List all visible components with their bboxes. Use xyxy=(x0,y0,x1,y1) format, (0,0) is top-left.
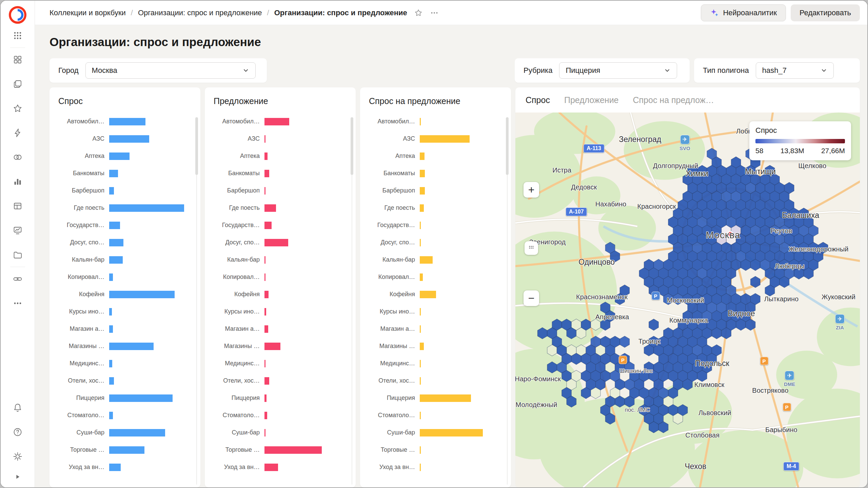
bar[interactable] xyxy=(264,273,265,281)
scrollbar-thumb[interactable] xyxy=(506,117,509,175)
bar[interactable] xyxy=(109,256,123,264)
map-tab-demand-to-supply[interactable]: Спрос на предложе… xyxy=(633,95,718,105)
help-icon[interactable] xyxy=(10,424,25,440)
bar[interactable] xyxy=(109,343,154,350)
bar[interactable] xyxy=(109,222,120,229)
bar[interactable] xyxy=(109,135,149,143)
bar[interactable] xyxy=(420,412,421,419)
bar[interactable] xyxy=(264,152,268,160)
breadcrumb-item-dashboard[interactable]: Организации: спрос и предложение xyxy=(274,8,407,17)
edit-button[interactable]: Редактировать xyxy=(791,4,860,21)
collapse-arrow-icon[interactable] xyxy=(10,469,25,485)
bar[interactable] xyxy=(109,360,112,367)
bar[interactable] xyxy=(109,170,118,177)
scrollbar-thumb[interactable] xyxy=(195,117,198,175)
bar[interactable] xyxy=(420,308,421,316)
bar[interactable] xyxy=(420,170,425,177)
bar[interactable] xyxy=(264,343,280,350)
charts-icon[interactable] xyxy=(10,174,25,189)
bar[interactable] xyxy=(109,187,114,195)
bar[interactable] xyxy=(109,239,123,246)
bar[interactable] xyxy=(264,412,267,419)
services-link-icon[interactable] xyxy=(10,271,25,287)
bar[interactable] xyxy=(420,222,421,229)
breadcrumb-item-collections[interactable]: Коллекции и воркбуки xyxy=(50,8,126,17)
bar[interactable] xyxy=(264,325,268,333)
zoom-in-button[interactable]: + xyxy=(524,182,539,198)
collections-icon[interactable] xyxy=(10,52,25,67)
bar[interactable] xyxy=(420,135,470,143)
scrollbar[interactable] xyxy=(196,117,197,485)
airport-marker-svo[interactable]: ✈SVO xyxy=(679,135,690,151)
airport-marker-dme[interactable]: ✈DME xyxy=(784,371,795,387)
measure-tool-button[interactable] xyxy=(525,241,538,255)
bar[interactable] xyxy=(420,360,421,367)
bar[interactable] xyxy=(109,464,121,471)
polygon-select[interactable]: hash_7 xyxy=(756,62,834,79)
connections-icon[interactable] xyxy=(10,247,25,263)
bar[interactable] xyxy=(420,291,436,298)
poi-marker[interactable]: P xyxy=(783,403,791,411)
scrollbar[interactable] xyxy=(352,117,352,485)
bar[interactable] xyxy=(109,394,173,402)
bar[interactable] xyxy=(109,446,144,454)
bar[interactable] xyxy=(264,118,289,125)
favorite-star-icon[interactable] xyxy=(414,8,423,17)
map-canvas[interactable]: ЛобняЗеленоградДолгопрудныйМытищиЩелково… xyxy=(515,113,860,487)
poi-marker[interactable]: P xyxy=(760,357,768,365)
notifications-bell-icon[interactable] xyxy=(10,400,25,415)
bar[interactable] xyxy=(109,118,145,125)
dashboards-icon[interactable] xyxy=(10,223,25,238)
bar[interactable] xyxy=(109,204,184,212)
bar[interactable] xyxy=(420,273,423,281)
datalens-logo[interactable] xyxy=(8,5,27,24)
more-menu-icon[interactable] xyxy=(430,8,439,18)
workbooks-icon[interactable] xyxy=(10,76,25,92)
bar[interactable] xyxy=(264,222,272,229)
datasets-icon[interactable] xyxy=(10,198,25,214)
neuro-analyst-button[interactable]: Нейроаналитик xyxy=(701,4,786,21)
bar[interactable] xyxy=(264,204,276,212)
bar[interactable] xyxy=(109,152,130,160)
favorites-icon[interactable] xyxy=(10,101,25,116)
more-services-icon[interactable] xyxy=(10,296,25,311)
editor-icon[interactable] xyxy=(10,125,25,141)
bar[interactable] xyxy=(264,170,269,177)
airport-marker-zia[interactable]: ✈ZIA xyxy=(835,314,845,330)
bar[interactable] xyxy=(420,118,421,125)
bar[interactable] xyxy=(420,239,421,246)
bar[interactable] xyxy=(420,325,421,333)
bar[interactable] xyxy=(264,256,265,264)
bar[interactable] xyxy=(264,239,288,246)
bar[interactable] xyxy=(264,394,267,402)
bar[interactable] xyxy=(420,394,471,402)
bar[interactable] xyxy=(109,429,165,436)
city-select[interactable]: Москва xyxy=(85,62,256,79)
poi-marker[interactable]: P xyxy=(651,291,660,300)
map-tab-demand[interactable]: Спрос xyxy=(526,95,550,105)
bar[interactable] xyxy=(420,464,421,471)
poi-marker[interactable]: P xyxy=(618,355,627,364)
rubric-select[interactable]: Пиццерия xyxy=(559,62,677,79)
bar[interactable] xyxy=(420,204,424,212)
map-tab-supply[interactable]: Предложение xyxy=(564,95,619,105)
breadcrumb-item-workbook[interactable]: Организации: спрос и предложение xyxy=(138,8,262,17)
bar[interactable] xyxy=(264,360,265,367)
bar[interactable] xyxy=(264,135,265,143)
bar[interactable] xyxy=(109,308,112,316)
bar[interactable] xyxy=(264,429,265,436)
bar[interactable] xyxy=(420,187,425,195)
bar[interactable] xyxy=(109,273,113,281)
bar[interactable] xyxy=(109,291,175,298)
bar[interactable] xyxy=(264,377,269,385)
bar[interactable] xyxy=(264,464,278,471)
bar[interactable] xyxy=(420,256,433,264)
scrollbar[interactable] xyxy=(507,117,508,485)
settings-gear-icon[interactable] xyxy=(10,449,25,464)
bar[interactable] xyxy=(264,291,269,298)
bar[interactable] xyxy=(109,325,113,333)
bar[interactable] xyxy=(420,377,421,385)
zoom-out-button[interactable]: − xyxy=(524,290,539,306)
scrollbar-thumb[interactable] xyxy=(351,117,353,175)
apps-grid-icon[interactable] xyxy=(10,28,25,43)
